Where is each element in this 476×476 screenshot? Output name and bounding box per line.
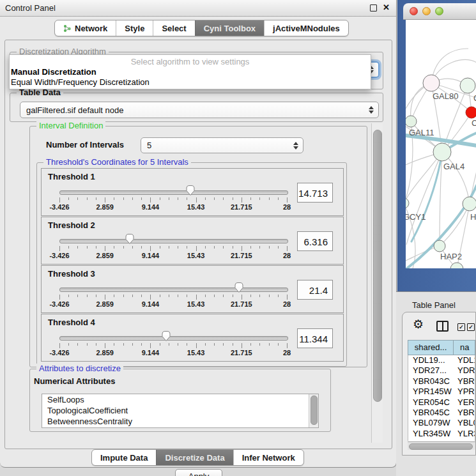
- network-node-GAL4[interactable]: [433, 143, 451, 161]
- checkbox-icon[interactable]: ✓: [457, 323, 465, 331]
- table-cell[interactable]: YIL052C: [408, 439, 454, 441]
- close-traffic-light[interactable]: [410, 7, 418, 15]
- attributes-list-scrollbar[interactable]: [309, 394, 318, 427]
- attribute-list-item[interactable]: TopologicalCoefficient: [42, 405, 318, 416]
- network-node-GCY1[interactable]: [406, 198, 409, 208]
- table-cell[interactable]: YER054C: [408, 397, 454, 408]
- threshold-slider-thumb[interactable]: [234, 282, 244, 293]
- tick-mark: [242, 343, 242, 348]
- table-cell[interactable]: YBR043C: [408, 376, 454, 387]
- tab-jactivemnodules[interactable]: jActiveMNodules: [264, 20, 348, 36]
- network-node-H-node[interactable]: [463, 197, 476, 211]
- tick-mark: [269, 295, 270, 297]
- slider-tick-labels: -3.4262.8599.14415.4321.71528: [59, 252, 287, 260]
- threshold-slider-thumb[interactable]: [161, 330, 171, 342]
- attributes-scrollbar-thumb[interactable]: [311, 395, 318, 425]
- tick-mark: [141, 197, 142, 200]
- table-data-combo[interactable]: galFiltered.sif default node: [20, 102, 379, 118]
- threshold-value-field[interactable]: 14.713: [297, 183, 333, 203]
- tick-mark: [105, 295, 105, 300]
- threshold-value-field[interactable]: 21.4: [297, 280, 333, 300]
- close-icon[interactable]: ✕: [383, 3, 390, 12]
- table-cell[interactable]: YDR2: [454, 365, 475, 376]
- settings-scrollbar-thumb[interactable]: [373, 130, 382, 402]
- table-cell[interactable]: YDL1: [454, 355, 475, 365]
- algorithm-popup-item[interactable]: Manual Discretization: [11, 67, 96, 77]
- checkbox-icon[interactable]: ✓: [467, 323, 475, 331]
- table-row[interactable]: YPR145WYPR1: [408, 387, 475, 397]
- tab-select[interactable]: Select: [153, 20, 194, 36]
- float-panel-icon[interactable]: [370, 4, 377, 12]
- apply-button[interactable]: Apply: [175, 469, 222, 476]
- numerical-attributes-list[interactable]: SelfLoopsTopologicalCoefficientBetweenne…: [42, 394, 319, 428]
- table-row[interactable]: YIL052CYIL0: [408, 439, 475, 441]
- threshold-slider-track[interactable]: [59, 288, 288, 292]
- network-edge[interactable]: [440, 204, 470, 246]
- table-header-cell[interactable]: shared...: [408, 341, 454, 355]
- table-cell[interactable]: YLR3: [454, 429, 475, 439]
- table-row[interactable]: YER054CYER0: [408, 397, 475, 408]
- network-edge-highlighted[interactable]: [411, 152, 442, 242]
- table-scrollbar-thumb[interactable]: [409, 443, 473, 450]
- table-cell[interactable]: YER0: [454, 397, 475, 408]
- threshold-value-field[interactable]: 6.316: [297, 231, 333, 251]
- table-header-cell[interactable]: na: [454, 341, 475, 355]
- tick-label: 15.43: [187, 300, 205, 308]
- minimize-traffic-light[interactable]: [422, 7, 431, 15]
- threshold-slider-thumb[interactable]: [185, 185, 196, 196]
- table-row[interactable]: YBL079WYBL0: [408, 418, 475, 428]
- network-node-red-node[interactable]: [466, 107, 476, 118]
- table-cell[interactable]: YBL0: [454, 418, 475, 428]
- tick-mark: [214, 246, 215, 249]
- tick-mark: [205, 197, 206, 200]
- table-cell[interactable]: YPR145W: [408, 387, 454, 397]
- tick-mark: [114, 295, 114, 297]
- gear-icon[interactable]: ⚙: [413, 317, 424, 332]
- tab-discretize-data[interactable]: Discretize Data: [156, 450, 233, 465]
- column-layout-icon[interactable]: [436, 321, 449, 332]
- network-node-GAL11[interactable]: [406, 116, 417, 127]
- network-node-HAP2[interactable]: [434, 240, 445, 252]
- attribute-list-item[interactable]: SelfLoops: [42, 394, 318, 405]
- number-of-intervals-combo[interactable]: 5: [141, 137, 303, 153]
- table-cell[interactable]: YBL079W: [408, 418, 454, 428]
- threshold-slider-track[interactable]: [59, 190, 288, 195]
- tab-cyni-toolbox[interactable]: Cyni Toolbox: [195, 20, 264, 36]
- network-node-node-top-right[interactable]: [460, 78, 475, 93]
- table-cell[interactable]: YBR0: [454, 408, 475, 418]
- threshold-slider-track[interactable]: [59, 336, 288, 341]
- threshold-slider-track[interactable]: [59, 239, 288, 243]
- table-horizontal-scrollbar[interactable]: [408, 441, 475, 450]
- table-cell[interactable]: YIL0: [454, 439, 475, 441]
- zoom-traffic-light[interactable]: [435, 7, 443, 15]
- settings-vertical-scrollbar[interactable]: [371, 123, 383, 443]
- threshold-label: Threshold 3: [48, 269, 95, 279]
- network-node-label: GAL4: [443, 162, 464, 171]
- tick-label: 28: [283, 300, 291, 308]
- table-row[interactable]: YDL19...YDL1: [408, 355, 475, 365]
- tab-network[interactable]: Network: [55, 20, 116, 36]
- table-cell[interactable]: YPR1: [454, 387, 475, 397]
- network-node-GAL80[interactable]: [423, 75, 440, 91]
- tick-mark: [233, 197, 233, 200]
- tick-mark: [178, 246, 178, 249]
- tab-infer-network[interactable]: Infer Network: [233, 450, 303, 465]
- table-cell[interactable]: YLR345W: [408, 429, 454, 439]
- threshold-value-field[interactable]: 11.344: [297, 328, 333, 348]
- table-row[interactable]: YLR345WYLR3: [408, 429, 475, 439]
- table-cell[interactable]: YBR0: [454, 376, 475, 387]
- table-cell[interactable]: YDL19...: [408, 355, 454, 365]
- tab-style[interactable]: Style: [116, 20, 153, 36]
- table-row[interactable]: YBR045CYBR0: [408, 408, 475, 418]
- network-canvas[interactable]: GAL80GACGAL11GAL4GCY1HHAP2: [406, 20, 476, 268]
- table-cell[interactable]: YDR27...: [408, 365, 454, 376]
- threshold-slider-thumb[interactable]: [125, 233, 135, 245]
- attribute-list-item[interactable]: BetweennessCentrality: [42, 416, 318, 427]
- table-row[interactable]: YBR043CYBR0: [408, 376, 475, 387]
- algorithm-popup-item[interactable]: Equal Width/Frequency Discretization: [11, 77, 150, 87]
- table-row[interactable]: YDR27...YDR2: [408, 365, 475, 376]
- table-header-row[interactable]: shared...na: [408, 340, 475, 355]
- tab-impute-data[interactable]: Impute Data: [92, 450, 156, 465]
- tick-label: 9.144: [142, 349, 160, 357]
- table-cell[interactable]: YBR045C: [408, 408, 454, 418]
